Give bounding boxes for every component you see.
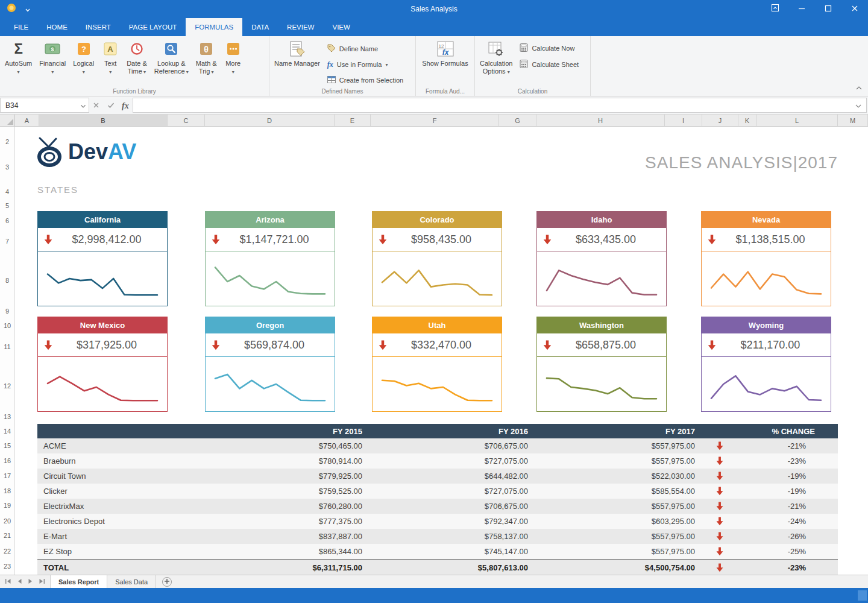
calculate-sheet-button[interactable]: Calculate Sheet — [516, 59, 582, 70]
row-header-15[interactable]: 15 — [0, 441, 14, 450]
row-header-8[interactable]: 8 — [0, 276, 14, 285]
row-header-20[interactable]: 20 — [0, 516, 14, 526]
column-header-l[interactable]: L — [756, 115, 838, 126]
column-header-k[interactable]: K — [738, 115, 756, 126]
quick-access-dropdown-icon[interactable] — [25, 4, 30, 14]
table-cell[interactable]: $557,975.00 — [529, 547, 696, 556]
ribbon-tab-page-layout[interactable]: PAGE LAYOUT — [120, 18, 186, 36]
lookup-reference-button[interactable]: Lookup &Reference ▾ — [151, 37, 192, 76]
table-cell[interactable]: $727,075.00 — [363, 487, 529, 496]
table-cell[interactable]: $759,525.00 — [206, 487, 363, 496]
column-header-e[interactable]: E — [335, 115, 371, 126]
table-cell[interactable]: Braeburn — [37, 456, 206, 466]
cancel-button[interactable] — [93, 100, 99, 111]
row-header-16[interactable]: 16 — [0, 456, 14, 466]
ribbon-tab-data[interactable]: DATA — [242, 18, 278, 36]
row-header-2[interactable]: 2 — [0, 137, 14, 147]
column-header-a[interactable]: A — [15, 115, 39, 126]
table-cell[interactable]: -26% — [696, 532, 838, 541]
table-cell[interactable]: $758,137.00 — [363, 532, 529, 541]
sheet-tab-sales-data[interactable]: Sales Data — [107, 575, 156, 588]
table-cell[interactable]: $557,975.00 — [529, 502, 696, 511]
row-header-12[interactable]: 12 — [0, 381, 14, 391]
table-cell[interactable]: -25% — [696, 547, 838, 556]
row-header-6[interactable]: 6 — [0, 216, 14, 226]
table-cell[interactable]: $792,347.00 — [363, 517, 529, 526]
table-cell[interactable]: $760,280.00 — [206, 502, 363, 511]
name-manager-button[interactable]: Name Manager — [271, 37, 324, 68]
state-card-utah[interactable]: Utah$332,470.00 — [372, 317, 502, 412]
table-cell[interactable]: $557,975.00 — [529, 441, 696, 450]
table-cell[interactable]: $865,344.00 — [206, 547, 363, 556]
table-cell[interactable]: $644,482.00 — [363, 472, 529, 481]
row-header-18[interactable]: 18 — [0, 486, 14, 496]
state-card-nevada[interactable]: Nevada$1,138,515.00 — [701, 211, 831, 306]
previous-sheet-button[interactable] — [17, 578, 22, 586]
row-header-21[interactable]: 21 — [0, 531, 14, 540]
state-card-colorado[interactable]: Colorado$958,435.00 — [372, 211, 502, 306]
create-from-selection-button[interactable]: Create from Selection — [324, 72, 407, 88]
financial-button[interactable]: $Financial▾ — [36, 37, 69, 76]
ribbon-tab-review[interactable]: REVIEW — [278, 18, 323, 36]
more-functions-button[interactable]: More▾ — [221, 37, 246, 76]
state-card-wyoming[interactable]: Wyoming$211,170.00 — [701, 317, 831, 412]
table-cell[interactable]: $837,887.00 — [206, 532, 363, 541]
column-header-h[interactable]: H — [536, 115, 665, 126]
app-icon[interactable] — [6, 2, 17, 16]
table-cell[interactable]: $745,147.00 — [363, 547, 529, 556]
ribbon-tab-home[interactable]: HOME — [37, 18, 77, 36]
table-cell[interactable]: $727,075.00 — [363, 456, 529, 466]
select-all-corner[interactable] — [0, 115, 15, 127]
expand-formula-bar-button[interactable] — [855, 101, 861, 110]
logical-button[interactable]: ?Logical▾ — [69, 37, 98, 76]
state-card-california[interactable]: California$2,998,412.00 — [37, 211, 168, 306]
table-cell[interactable]: -19% — [696, 472, 838, 481]
table-cell[interactable]: Circuit Town — [37, 472, 206, 481]
column-header-i[interactable]: I — [665, 115, 702, 126]
ribbon-tab-formulas[interactable]: FORMULAS — [186, 18, 242, 36]
state-card-arizona[interactable]: Arizona$1,147,721.00 — [205, 211, 335, 306]
column-header-j[interactable]: J — [702, 115, 738, 126]
row-header-11[interactable]: 11 — [0, 342, 14, 352]
table-cell[interactable]: -21% — [696, 441, 838, 450]
first-sheet-button[interactable] — [5, 578, 11, 586]
table-cell[interactable]: Electronics Depot — [37, 517, 206, 526]
state-card-new-mexico[interactable]: New Mexico$317,925.00 — [37, 317, 168, 412]
math-trig-button[interactable]: θMath &Trig ▾ — [192, 37, 221, 76]
define-name-button[interactable]: Define Name — [324, 41, 407, 57]
table-cell[interactable]: $779,925.00 — [206, 472, 363, 481]
insert-function-button[interactable]: fx — [122, 100, 129, 111]
table-cell[interactable]: $5,807,613.00 — [363, 563, 529, 572]
ribbon-tab-view[interactable]: VIEW — [323, 18, 359, 36]
calculate-now-button[interactable]: Calculate Now — [516, 43, 582, 54]
table-cell[interactable]: TOTAL — [37, 563, 206, 572]
row-header-23[interactable]: 23 — [0, 561, 14, 571]
ribbon-tab-file[interactable]: FILE — [5, 18, 37, 36]
formula-input[interactable] — [133, 98, 867, 113]
state-card-idaho[interactable]: Idaho$633,435.00 — [536, 211, 667, 306]
table-cell[interactable]: $603,295.00 — [529, 517, 696, 526]
add-sheet-button[interactable] — [162, 577, 172, 587]
ribbon-tab-insert[interactable]: INSERT — [77, 18, 120, 36]
table-cell[interactable]: Clicker — [37, 487, 206, 496]
next-sheet-button[interactable] — [28, 578, 33, 586]
row-header-22[interactable]: 22 — [0, 546, 14, 556]
column-header-b[interactable]: B — [39, 115, 168, 126]
table-cell[interactable]: ElectrixMax — [37, 502, 206, 511]
autosum-button[interactable]: ΣAutoSum▾ — [1, 37, 36, 76]
table-cell[interactable]: E-Mart — [37, 532, 206, 541]
column-header-g[interactable]: G — [499, 115, 536, 126]
row-header-4[interactable]: 4 — [0, 187, 14, 197]
sheet-tab-sales-report[interactable]: Sales Report — [50, 575, 107, 588]
row-header-5[interactable]: 5 — [0, 201, 14, 210]
column-header-f[interactable]: F — [371, 115, 499, 126]
row-header-19[interactable]: 19 — [0, 500, 14, 510]
calculation-options-button[interactable]: Calculation Options ▾ — [476, 37, 516, 76]
table-cell[interactable]: $557,975.00 — [529, 456, 696, 466]
state-card-oregon[interactable]: Oregon$569,874.00 — [205, 317, 335, 412]
state-card-washington[interactable]: Washington$658,875.00 — [536, 317, 667, 412]
row-header-7[interactable]: 7 — [0, 236, 14, 246]
table-cell[interactable]: -19% — [696, 487, 838, 496]
collapse-ribbon-button[interactable] — [856, 81, 862, 92]
table-cell[interactable]: $750,465.00 — [206, 441, 363, 450]
